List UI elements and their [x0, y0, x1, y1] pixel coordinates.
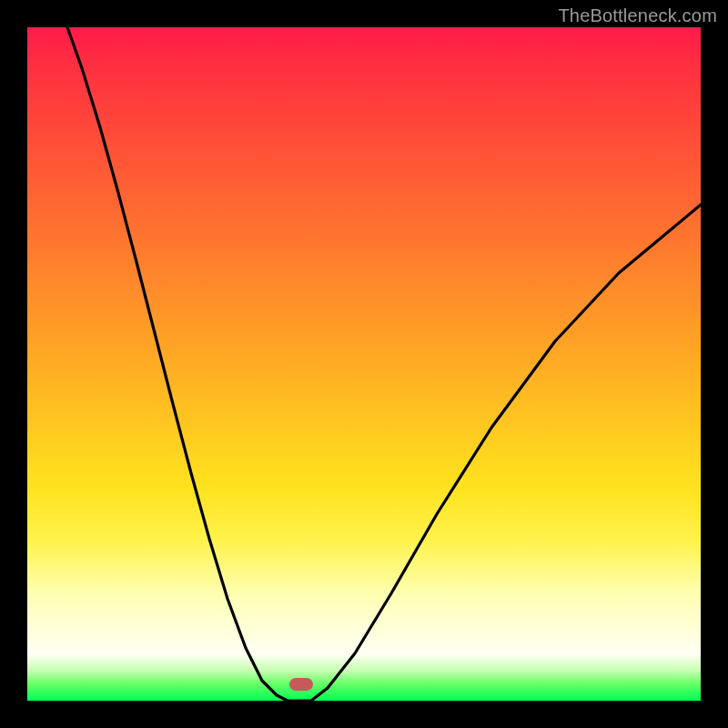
bottleneck-curve — [27, 27, 701, 701]
plot-area — [27, 27, 701, 701]
outer-frame: TheBottleneck.com — [0, 0, 728, 728]
minimum-marker — [289, 678, 313, 691]
watermark-text: TheBottleneck.com — [558, 5, 717, 26]
